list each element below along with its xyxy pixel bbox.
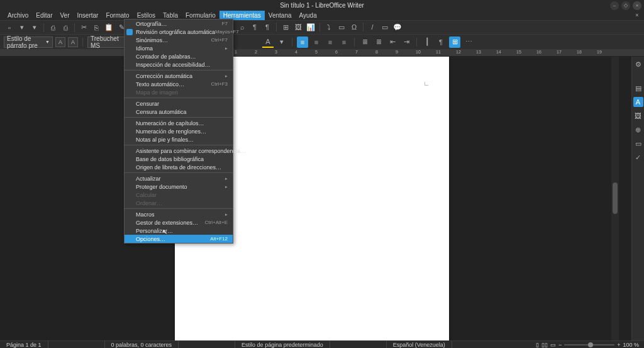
menuitem-personalizar-[interactable]: Personalizar… [125,227,233,235]
para-spacing-icon[interactable]: ¶ [435,36,447,48]
minimize-button[interactable]: – [610,1,619,10]
image-icon[interactable]: 🖼 [292,21,304,33]
view-single-icon[interactable]: ▯ [536,342,539,348]
copy-icon[interactable]: ⎘ [91,22,102,33]
line-spacing-icon[interactable]: ┃ [421,36,433,48]
menuitem-origen-de-libreta-de-direcciones-[interactable]: Origen de libreta de direcciones… [125,163,233,171]
align-right-icon[interactable]: ≡ [325,36,336,48]
status-wordcount[interactable]: 0 palabras, 0 caracteres [105,341,179,348]
highlight-color-icon[interactable]: A [262,36,274,48]
menuitem-notas-al-pie-y-finales-[interactable]: Notas al pie y finales… [125,135,233,143]
menuitem-numeración-de-capítulos-[interactable]: Numeración de capítulos… [125,119,233,127]
formatting-toolbar: Estilo de párrafo pre▼ A A Trebuchet MS▼… [0,34,644,49]
zoom-value[interactable]: 100 % [623,342,639,348]
indent-icon[interactable]: ⇥ [401,36,412,48]
sidebar-settings-icon[interactable]: ⚙ [633,59,643,69]
statusbar: Página 1 de 1 0 palabras, 0 caracteres E… [0,340,644,348]
menuitem-texto-automático-[interactable]: Texto automático…Ctrl+F3 [125,80,233,88]
menuitem-macros[interactable]: Macros▸ [125,210,233,218]
sidebar-inspect-icon[interactable]: ✓ [633,152,643,162]
menu-insertar[interactable]: Insertar [74,11,103,20]
replace-icon[interactable]: ¶ [249,21,260,33]
menu-ayuda[interactable]: Ayuda [296,11,321,20]
menuitem-asistente-para-combinar-correspondencia-[interactable]: Asistente para combinar correspondencia… [125,147,233,155]
bullet-list-icon[interactable]: ≣ [359,36,370,48]
view-book-icon[interactable]: ▭ [550,342,556,348]
status-page[interactable]: Página 1 de 1 [0,341,48,348]
menuitem-base-de-datos-bibliográfica[interactable]: Base de datos bibliográfica [125,155,233,163]
sidebar-navigator-icon[interactable]: ⊕ [633,125,643,135]
sidebar: ⚙ ▤ A 🖼 ⊕ ▭ ✓ [631,57,644,340]
print-icon[interactable]: ⎙ [60,22,71,33]
number-list-icon[interactable]: ≣ [373,36,384,48]
sidebar-properties-icon[interactable]: ▤ [633,83,643,93]
scrollbar-thumb[interactable] [613,182,618,214]
text-cursor [425,82,428,86]
table-icon[interactable]: ⊞ [280,21,291,33]
sidebar-styles-icon[interactable]: A [633,97,643,107]
tools-menu: Ortografía…F7Revisión ortográfica automá… [124,19,233,244]
menuitem-ordenar-: Ordenar… [125,199,233,207]
save-icon[interactable]: ▾ [29,22,40,33]
document-close-button[interactable]: × [633,11,641,20]
close-button[interactable]: × [633,1,641,10]
menuitem-actualizar[interactable]: Actualizar▸ [125,174,233,182]
menuitem-idioma[interactable]: Idioma▸ [125,44,233,52]
menuitem-opciones-[interactable]: Opciones…Alt+F12 [125,235,233,243]
font-color-icon[interactable]: ▾ [276,36,287,48]
document-area[interactable] [0,57,631,340]
new-icon[interactable]: ▫ [4,22,15,33]
status-language[interactable]: Español (Venezuela) [387,341,452,348]
hyperlink-icon[interactable]: / [367,21,378,33]
menuitem-corrección-automática[interactable]: Corrección automática▸ [125,72,233,80]
status-page-style[interactable]: Estilo de página predeterminado [235,341,330,348]
menuitem-proteger-documento[interactable]: Proteger documento▸ [125,182,233,191]
zoom-out-icon[interactable]: − [558,342,562,348]
menuitem-inspección-de-accesibilidad-[interactable]: Inspección de accesibilidad… [125,60,233,69]
maximize-button[interactable]: ◇ [621,1,630,10]
vertical-scrollbar[interactable] [611,57,619,340]
open-icon[interactable]: ▾ [16,22,28,33]
grid-icon[interactable]: ⊞ [449,36,460,48]
menuitem-revisión-ortográfica-automática[interactable]: Revisión ortográfica automáticaMayús+F7 [125,28,233,36]
justify-icon[interactable]: ≡ [338,36,350,48]
menu-archivo[interactable]: Archivo [4,11,32,20]
zoom-in-icon[interactable]: + [617,342,620,348]
menuitem-sinónimos-[interactable]: Sinónimos…Ctrl+F7 [125,36,233,44]
horizontal-ruler[interactable]: 12345678910111213141516171819 [0,49,644,57]
menu-ventana[interactable]: Ventana [265,11,296,20]
menuitem-ortografía-[interactable]: Ortografía…F7 [125,20,233,28]
zoom-slider[interactable] [564,344,614,345]
cut-icon[interactable]: ✂ [78,22,89,33]
sidebar-gallery-icon[interactable]: 🖼 [633,111,643,121]
new-style-button[interactable]: A [68,37,78,47]
menuitem-calcular: Calcular [125,191,233,199]
more-icon[interactable]: ⋯ [463,36,474,48]
menu-ver[interactable]: Ver [56,11,73,20]
menuitem-censurar[interactable]: Censurar [125,99,233,108]
menuitem-gestor-de-extensiones-[interactable]: Gestor de extensiones…Ctrl+Alt+E [125,218,233,227]
sidebar-page-icon[interactable]: ▭ [633,138,643,149]
footnote-icon[interactable]: ▭ [379,21,391,33]
chart-icon[interactable]: 📊 [305,21,316,33]
align-left-icon[interactable]: ≡ [297,36,308,48]
nonprinting-icon[interactable]: ¶ [262,21,273,33]
titlebar: Sin título 1 - LibreOffice Writer – ◇ × [0,0,644,11]
update-style-button[interactable]: A [55,37,65,47]
menuitem-numeración-de-renglones-[interactable]: Numeración de renglones… [125,127,233,135]
view-multi-icon[interactable]: ▯▯ [541,342,548,348]
mouse-cursor-icon: ↖ [162,228,167,235]
align-center-icon[interactable]: ≡ [311,36,322,48]
comment-icon[interactable]: 💬 [392,21,403,33]
menuitem-censura-automática[interactable]: Censura automática [125,108,233,116]
export-icon[interactable]: ⎙ [47,22,58,33]
paragraph-style-combo[interactable]: Estilo de párrafo pre▼ [4,36,53,48]
paste-icon[interactable]: 📋 [103,22,114,33]
menuitem-contador-de-palabras-[interactable]: Contador de palabras… [125,52,233,60]
page-break-icon[interactable]: ⤵ [323,21,335,33]
symbol-icon[interactable]: Ω [348,21,360,33]
menubar: ArchivoEditarVerInsertarFormatoEstilosTa… [0,11,644,20]
menu-editar[interactable]: Editar [32,11,56,20]
outdent-icon[interactable]: ⇤ [387,36,398,48]
field-icon[interactable]: ▭ [336,21,347,33]
